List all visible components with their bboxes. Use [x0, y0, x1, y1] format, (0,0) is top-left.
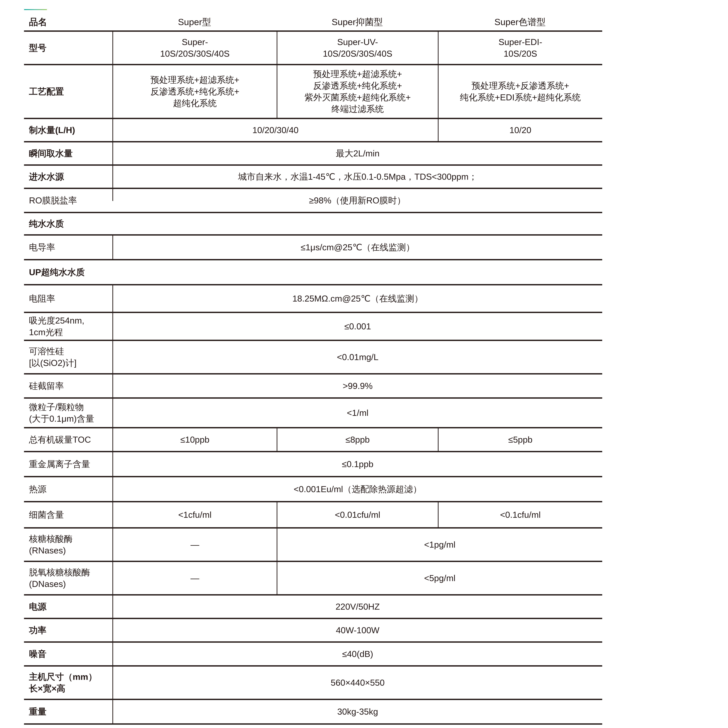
cell-value: 10/20	[438, 119, 602, 141]
row-label: 总有机碳量TOC	[24, 428, 112, 451]
cell-value: 预处理系统+超滤系统+ 反渗透系统+纯化系统+ 超纯化系统	[112, 65, 277, 118]
accent-gradient-line	[24, 9, 47, 10]
row-pyrogen: 热源 <0.001Eu/ml（选配除热源超滤）	[24, 477, 602, 502]
cell-value: 预处理系统+反渗透系统+ 纯化系统+EDI系统+超纯化系统	[438, 65, 602, 118]
row-label: 主机尺寸（mm） 长×宽×高	[24, 667, 112, 699]
cell-value: <0.1cfu/ml	[438, 502, 602, 527]
row-label: 细菌含量	[24, 502, 112, 527]
cell-value-full: ≥98%（使用新RO膜时）	[112, 189, 602, 212]
cell-value-full: 18.25MΩ.cm@25℃（在线监测）	[112, 285, 602, 312]
row-power: 功率 40W-100W	[24, 619, 602, 643]
row-feed-water: 进水水源 城市自来水，水温1-45℃，水压0.1-0.5Mpa，TDS<300p…	[24, 166, 602, 189]
section-up-ultrapure-quality: UP超纯水水质	[24, 260, 602, 285]
row-label: 核糖核酸酶 (RNases)	[24, 529, 112, 561]
row-label: 功率	[24, 619, 112, 641]
row-label: 电导率	[24, 236, 112, 259]
cell-value-full: 560×440×550	[112, 667, 602, 699]
row-label: 可溶性硅 [以(SiO2)计]	[24, 341, 112, 373]
cell-value-full: ≤40(dB)	[112, 643, 602, 665]
row-noise: 噪音 ≤40(dB)	[24, 643, 602, 667]
row-label: 瞬间取水量	[24, 142, 112, 164]
row-process-config: 工艺配置 预处理系统+超滤系统+ 反渗透系统+纯化系统+ 超纯化系统 预处理系统…	[24, 65, 602, 119]
cell-value-full: ≤0.1ppb	[112, 452, 602, 476]
row-absorbance: 吸光度254nm, 1cm光程 ≤0.001	[24, 313, 602, 341]
row-dimensions: 主机尺寸（mm） 长×宽×高 560×440×550	[24, 667, 602, 700]
cell-value-full: <1/ml	[112, 399, 602, 427]
row-bacteria: 细菌含量 <1cfu/ml <0.01cfu/ml <0.1cfu/ml	[24, 502, 602, 529]
row-label: 电源	[24, 595, 112, 618]
cell-value-full: 40W-100W	[112, 619, 602, 641]
cell-value-span23: <5pg/ml	[277, 562, 602, 594]
row-label: 进水水源	[24, 166, 112, 188]
table-header-row: 品名 Super型 Super抑菌型 Super色谱型	[24, 14, 602, 32]
cell-value: Super- 10S/20S/30S/40S	[112, 32, 277, 64]
cell-value: ≤5ppb	[438, 428, 602, 451]
row-label: 型号	[24, 32, 112, 64]
row-resistivity: 电阻率 18.25MΩ.cm@25℃（在线监测）	[24, 285, 602, 313]
cell-value: <0.01cfu/ml	[277, 502, 438, 527]
row-ro-desalination: RO膜脱盐率 ≥98%（使用新RO膜时）	[24, 189, 602, 213]
row-label: RO膜脱盐率	[24, 189, 112, 212]
cell-value-span12: 10/20/30/40	[112, 119, 438, 141]
row-model: 型号 Super- 10S/20S/30S/40S Super-UV- 10S/…	[24, 32, 602, 65]
cell-value: Super-EDI- 10S/20S	[438, 32, 602, 64]
row-particles: 微粒子/颗粒物 (大于0.1μm)含量 <1/ml	[24, 399, 602, 428]
cell-value-full: <0.01mg/L	[112, 341, 602, 373]
row-label: 工艺配置	[24, 65, 112, 118]
section-title: UP超纯水水质	[24, 260, 602, 284]
cell-value: <1cfu/ml	[112, 502, 277, 527]
row-instant-dispense: 瞬间取水量 最大2L/min	[24, 142, 602, 166]
cell-value: Super-UV- 10S/20S/30S/40S	[277, 32, 438, 64]
row-label: 热源	[24, 477, 112, 501]
cell-value: 预处理系统+超滤系统+ 反渗透系统+纯化系统+ 紫外灭菌系统+超纯化系统+ 终端…	[277, 65, 438, 118]
row-label: 重金属离子含量	[24, 452, 112, 476]
row-power-supply: 电源 220V/50HZ	[24, 595, 602, 619]
cell-value: —	[112, 529, 277, 561]
row-label: 噪音	[24, 643, 112, 665]
cell-value-span23: <1pg/ml	[277, 529, 602, 561]
cell-value-full: 220V/50HZ	[112, 595, 602, 618]
cell-value: —	[112, 562, 277, 594]
cell-value-full: ≤0.001	[112, 313, 602, 340]
row-rnases: 核糖核酸酶 (RNases) — <1pg/ml	[24, 529, 602, 562]
row-label: 吸光度254nm, 1cm光程	[24, 313, 112, 340]
cell-value-full: 最大2L/min	[112, 142, 602, 164]
row-label: 微粒子/颗粒物 (大于0.1μm)含量	[24, 399, 112, 427]
header-col-super-uv: Super抑菌型	[277, 14, 438, 31]
row-toc: 总有机碳量TOC ≤10ppb ≤8ppb ≤5ppb	[24, 428, 602, 452]
cell-value-full: >99.9%	[112, 375, 602, 397]
row-soluble-silica: 可溶性硅 [以(SiO2)计] <0.01mg/L	[24, 341, 602, 375]
row-water-output: 制水量(L/H) 10/20/30/40 10/20	[24, 119, 602, 142]
cell-value-full: ≤1μs/cm@25℃（在线监测）	[112, 236, 602, 259]
row-dnases: 脱氧核糖核酸酶 (DNases) — <5pg/ml	[24, 562, 602, 595]
header-label-product-name: 品名	[24, 14, 112, 31]
header-col-super-edi: Super色谱型	[438, 14, 602, 31]
cell-value-full: 30kg-35kg	[112, 700, 602, 723]
header-col-super: Super型	[112, 14, 277, 31]
section-pure-water-quality: 纯水水质	[24, 213, 602, 236]
cell-value: ≤10ppb	[112, 428, 277, 451]
row-label: 重量	[24, 700, 112, 723]
spec-table: 品名 Super型 Super抑菌型 Super色谱型 型号 Super- 10…	[24, 14, 602, 725]
cell-value-full: 城市自来水，水温1-45℃，水压0.1-0.5Mpa，TDS<300ppm；	[112, 166, 602, 188]
row-label: 脱氧核糖核酸酶 (DNases)	[24, 562, 112, 594]
row-label: 电阻率	[24, 285, 112, 312]
row-heavy-metal: 重金属离子含量 ≤0.1ppb	[24, 452, 602, 477]
row-label: 硅截留率	[24, 375, 112, 397]
section-title: 纯水水质	[24, 213, 602, 234]
row-weight: 重量 30kg-35kg	[24, 700, 602, 725]
row-silica-rejection: 硅截留率 >99.9%	[24, 375, 602, 399]
cell-value: ≤8ppb	[277, 428, 438, 451]
row-label: 制水量(L/H)	[24, 119, 112, 141]
cell-value-full: <0.001Eu/ml（选配除热源超滤）	[112, 477, 602, 501]
row-conductivity: 电导率 ≤1μs/cm@25℃（在线监测）	[24, 236, 602, 260]
